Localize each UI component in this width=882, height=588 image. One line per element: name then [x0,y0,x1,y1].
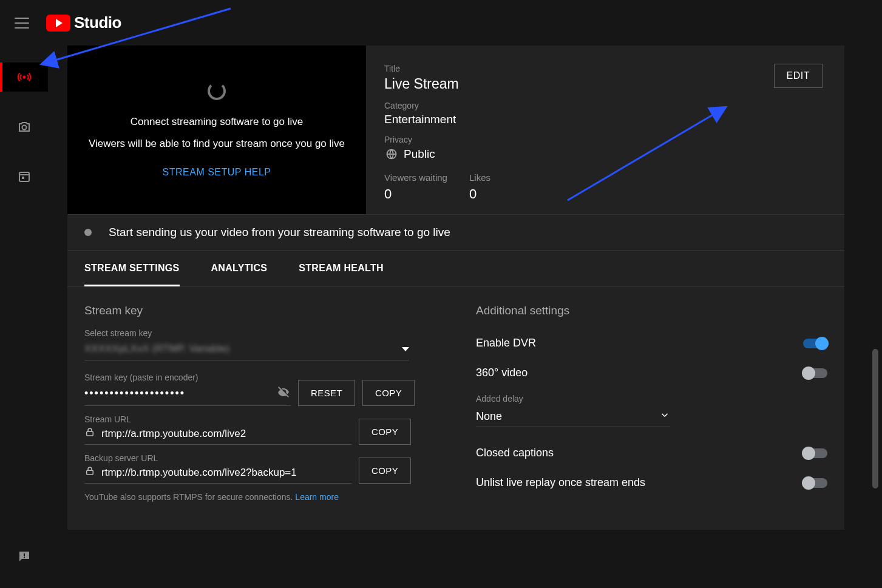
camera-icon [17,120,32,134]
added-delay-select[interactable]: None [476,406,670,427]
enable-dvr-toggle[interactable] [803,339,827,348]
sidebar-item-schedule[interactable] [0,162,48,191]
stream-setup-help-link[interactable]: STREAM SETUP HELP [163,167,271,178]
video-360-label: 360° video [476,367,528,379]
privacy-value: Public [404,147,435,161]
main-panel: Connect streaming software to go live Vi… [67,46,844,530]
backup-url-label: Backup server URL [84,453,351,463]
app-header: Studio [0,0,882,46]
enable-dvr-label: Enable DVR [476,337,536,350]
likes-value: 0 [469,186,490,202]
tabs: STREAM SETTINGS ANALYTICS STREAM HEALTH [67,251,844,287]
preview-line-2: Viewers will be able to find your stream… [89,138,345,150]
youtube-logo-icon [46,15,70,32]
globe-icon [384,147,399,161]
svg-point-0 [22,76,25,79]
category-label: Category [384,101,823,110]
feedback-icon [17,549,32,564]
copy-key-button[interactable]: COPY [362,380,415,406]
likes-label: Likes [469,172,490,183]
closed-captions-label: Closed captions [476,447,554,459]
title-label: Title [384,64,823,73]
stream-url-value[interactable]: rtmp://a.rtmp.youtube.com/live2 [101,428,246,440]
sidebar-item-feedback[interactable] [0,542,48,571]
category-value: Entertainment [384,113,823,126]
scrollbar[interactable] [872,349,878,488]
stream-url-label: Stream URL [84,414,351,424]
sidebar-item-webcam[interactable] [0,112,48,141]
stream-key-select[interactable]: XXXXXpLXxX (RTMP, Variable) [84,340,409,360]
tab-stream-health[interactable]: STREAM HEALTH [299,263,384,286]
status-dot-icon [84,229,92,236]
svg-rect-5 [24,557,25,558]
copy-url-button[interactable]: COPY [359,419,411,445]
copy-backup-button[interactable]: COPY [359,458,411,484]
unlist-replay-label: Unlist live replay once stream ends [476,476,645,489]
lock-icon [84,427,95,441]
svg-point-1 [22,126,26,130]
calendar-icon [17,169,32,184]
stream-key-section-title: Stream key [84,304,439,317]
learn-more-link[interactable]: Learn more [295,492,339,502]
unlist-replay-toggle[interactable] [803,478,827,488]
video-360-toggle[interactable] [803,368,827,378]
stream-icon [17,70,32,84]
lock-icon [84,465,95,479]
preview-box: Connect streaming software to go live Vi… [67,46,366,214]
stream-key-select-value: XXXXXpLXxX (RTMP, Variable) [84,343,229,355]
stream-key-input-label: Stream key (paste in encoder) [84,373,291,382]
rtmps-note: YouTube also supports RTMPS for secure c… [84,492,439,502]
preview-line-1: Connect streaming software to go live [131,116,303,128]
status-bar: Start sending us your video from your st… [67,214,844,251]
logo[interactable]: Studio [46,13,121,32]
tab-analytics[interactable]: ANALYTICS [211,263,268,286]
backup-url-value[interactable]: rtmp://b.rtmp.youtube.com/live2?backup=1 [101,467,297,479]
stream-key-input[interactable]: •••••••••••••••••••• [84,387,254,400]
viewers-waiting-label: Viewers waiting [384,172,447,183]
caret-down-icon [402,347,409,351]
visibility-off-icon[interactable] [276,385,291,402]
svg-rect-3 [22,177,24,179]
svg-rect-4 [24,553,25,556]
closed-captions-toggle[interactable] [803,448,827,458]
stream-title: Live Stream [384,76,823,92]
brand-text: Studio [74,13,121,32]
svg-rect-7 [87,431,93,436]
svg-rect-8 [87,470,93,475]
spinner-icon [208,82,226,100]
chevron-down-icon [659,410,670,423]
left-sidebar [0,46,48,588]
viewers-waiting-value: 0 [384,186,447,202]
added-delay-value: None [476,410,502,423]
status-text: Start sending us your video from your st… [109,226,450,239]
added-delay-label: Added delay [476,394,827,404]
privacy-label: Privacy [384,135,823,144]
reset-button[interactable]: RESET [298,380,355,406]
edit-button[interactable]: EDIT [774,64,823,88]
sidebar-item-stream[interactable] [0,63,48,92]
select-stream-key-label: Select stream key [84,328,439,338]
hamburger-menu-icon[interactable] [15,18,29,29]
tab-stream-settings[interactable]: STREAM SETTINGS [84,263,180,286]
additional-settings-title: Additional settings [476,304,827,317]
